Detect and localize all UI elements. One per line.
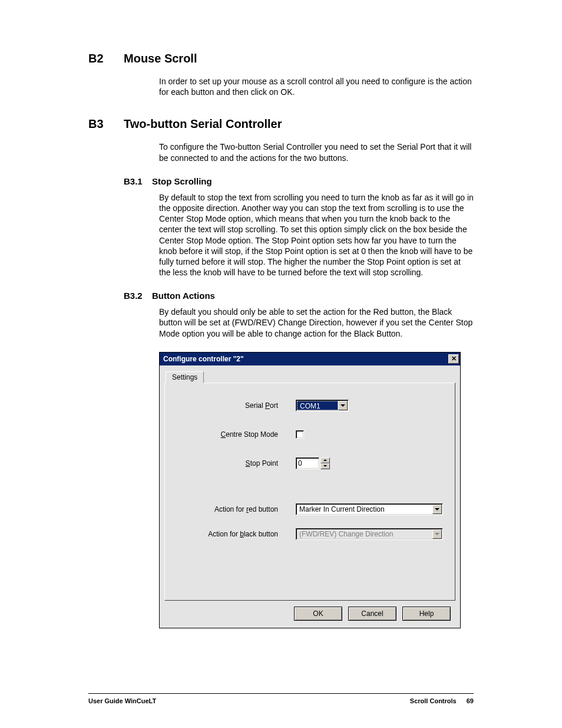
close-icon: ✕ <box>451 355 457 362</box>
dropdown-button[interactable] <box>432 505 442 514</box>
heading-b3-1: B3.1 Stop Scrolling <box>124 176 474 186</box>
subheading-title: Button Actions <box>152 291 215 301</box>
heading-b2: B2 Mouse Scroll <box>88 52 474 65</box>
spin-down-button[interactable] <box>320 463 330 469</box>
settings-panel: Serial Port COM1 Centre Stop Mode <box>164 383 455 601</box>
dropdown-button <box>432 529 442 539</box>
heading-b3-2: B3.2 Button Actions <box>124 291 474 301</box>
label-stop-point: Stop Point <box>178 459 296 467</box>
footer-left: User Guide WinCueLT <box>88 697 156 704</box>
chevron-down-icon <box>323 465 327 467</box>
footer-right: Scroll Controls 69 <box>410 697 474 704</box>
subheading-number: B3.1 <box>124 176 152 186</box>
red-button-action-value: Marker In Current Direction <box>297 505 432 514</box>
serial-port-value: COM1 <box>297 401 338 410</box>
configure-controller-dialog: Configure controller "2" ✕ Settings Seri… <box>159 352 461 628</box>
chevron-up-icon <box>323 459 327 461</box>
tab-settings[interactable]: Settings <box>166 371 204 383</box>
label-action-black-button: Action for black button <box>178 530 296 538</box>
chevron-down-icon <box>435 508 439 510</box>
chevron-down-icon <box>435 533 439 535</box>
heading-number: B3 <box>88 117 124 131</box>
tab-strip: Settings <box>164 370 455 383</box>
dialog-body: Settings Serial Port COM1 <box>160 365 460 628</box>
dialog-button-row: OK Cancel Help <box>164 601 455 622</box>
paragraph-b2: In order to set up your mouse as a scrol… <box>159 76 474 97</box>
chevron-down-icon <box>340 404 345 407</box>
heading-b3: B3 Two-button Serial Controller <box>88 117 474 131</box>
red-button-action-dropdown[interactable]: Marker In Current Direction <box>296 503 443 515</box>
stop-point-spinner[interactable]: 0 <box>296 457 330 469</box>
black-button-action-dropdown: (FWD/REV) Change Direction <box>296 528 443 540</box>
heading-number: B2 <box>88 52 124 65</box>
heading-title: Two-button Serial Controller <box>124 117 282 131</box>
paragraph-b3: To configure the Two-button Serial Contr… <box>159 141 474 163</box>
spin-up-button[interactable] <box>320 457 330 463</box>
help-button[interactable]: Help <box>402 607 451 621</box>
label-serial-port: Serial Port <box>178 401 296 410</box>
label-centre-stop-mode: Centre Stop Mode <box>178 430 296 439</box>
label-action-red-button: Action for red button <box>178 505 296 513</box>
heading-title: Mouse Scroll <box>124 52 197 65</box>
dialog-title: Configure controller "2" <box>163 355 448 363</box>
black-button-action-value: (FWD/REV) Change Direction <box>297 529 432 539</box>
cancel-button[interactable]: Cancel <box>348 607 396 621</box>
close-button[interactable]: ✕ <box>448 354 459 364</box>
dialog-titlebar[interactable]: Configure controller "2" ✕ <box>160 353 460 365</box>
footer-section: Scroll Controls <box>410 697 457 704</box>
dropdown-button[interactable] <box>338 401 348 410</box>
page-number: 69 <box>467 697 474 704</box>
paragraph-b3-1: By default to stop the text from scrolli… <box>159 192 474 278</box>
page-footer: User Guide WinCueLT Scroll Controls 69 <box>88 693 474 704</box>
paragraph-b3-2: By default you should only be able to se… <box>159 307 474 339</box>
subheading-title: Stop Scrolling <box>152 176 212 186</box>
ok-button[interactable]: OK <box>294 607 342 621</box>
stop-point-value[interactable]: 0 <box>296 457 319 469</box>
page-content: B2 Mouse Scroll In order to set up your … <box>0 0 562 628</box>
subheading-number: B3.2 <box>124 291 152 301</box>
centre-stop-mode-checkbox[interactable] <box>296 430 304 439</box>
serial-port-dropdown[interactable]: COM1 <box>296 400 349 411</box>
